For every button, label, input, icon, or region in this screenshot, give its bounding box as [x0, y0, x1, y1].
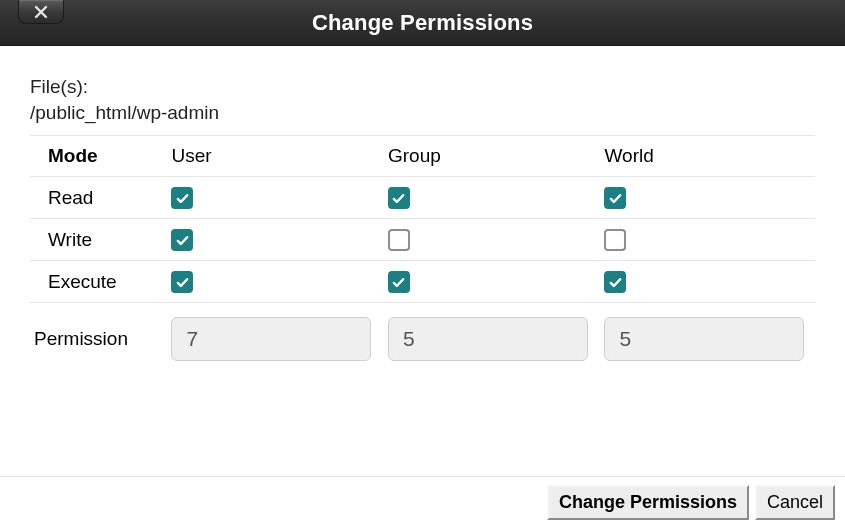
close-button[interactable] [18, 0, 64, 24]
checkbox-execute-user[interactable] [171, 271, 193, 293]
header-world: World [598, 136, 815, 177]
permission-world-input[interactable] [604, 317, 804, 361]
files-path: /public_html/wp-admin [30, 100, 815, 126]
dialog-content: File(s): /public_html/wp-admin Mode User… [0, 46, 845, 381]
cancel-button[interactable]: Cancel [755, 485, 835, 520]
table-header-row: Mode User Group World [30, 136, 815, 177]
row-execute-label: Execute [30, 261, 165, 303]
change-permissions-button[interactable]: Change Permissions [547, 485, 749, 520]
checkbox-read-group[interactable] [388, 187, 410, 209]
checkbox-write-group[interactable] [388, 229, 410, 251]
row-write-label: Write [30, 219, 165, 261]
dialog-footer: Change Permissions Cancel [0, 476, 845, 528]
dialog-title: Change Permissions [0, 10, 845, 36]
checkbox-write-world[interactable] [604, 229, 626, 251]
row-write: Write [30, 219, 815, 261]
file-block: File(s): /public_html/wp-admin [30, 74, 815, 131]
permissions-table: Mode User Group World Read Write Execute… [30, 135, 815, 371]
row-execute: Execute [30, 261, 815, 303]
files-label: File(s): [30, 74, 815, 100]
close-icon [34, 5, 48, 19]
checkbox-write-user[interactable] [171, 229, 193, 251]
header-group: Group [382, 136, 599, 177]
row-permission: Permission [30, 303, 815, 372]
row-read: Read [30, 177, 815, 219]
checkbox-execute-world[interactable] [604, 271, 626, 293]
titlebar: Change Permissions [0, 0, 845, 46]
row-read-label: Read [30, 177, 165, 219]
permission-label: Permission [30, 303, 165, 372]
checkbox-read-user[interactable] [171, 187, 193, 209]
checkbox-read-world[interactable] [604, 187, 626, 209]
header-mode: Mode [30, 136, 165, 177]
header-user: User [165, 136, 382, 177]
permission-group-input[interactable] [388, 317, 588, 361]
permission-user-input[interactable] [171, 317, 371, 361]
checkbox-execute-group[interactable] [388, 271, 410, 293]
